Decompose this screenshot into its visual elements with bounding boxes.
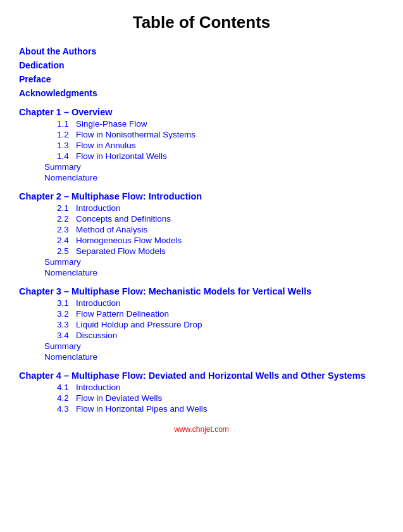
section-label: Flow in Annulus <box>76 141 136 150</box>
watermark: www.chnjet.com <box>19 425 384 434</box>
section-label: Homogeneous Flow Models <box>76 236 182 245</box>
section-num: 1.3 <box>57 141 76 150</box>
section-2-2[interactable]: 2.2 Concepts and Definitions <box>19 214 384 224</box>
section-1-4[interactable]: 1.4 Flow in Horizontal Wells <box>19 151 384 161</box>
link-dedication[interactable]: Dedication <box>19 60 384 70</box>
section-2-1[interactable]: 2.1 Introduction <box>19 203 384 213</box>
section-num: 2.3 <box>57 225 76 234</box>
section-label: Method of Analysis <box>76 225 147 234</box>
chapter-2-header[interactable]: Chapter 2 – Multiphase Flow: Introductio… <box>19 191 384 201</box>
section-3-2[interactable]: 3.2 Flow Pattern Delineation <box>19 309 384 319</box>
section-num: 2.4 <box>57 236 76 245</box>
section-label: Flow in Nonisothermal Systems <box>76 130 195 139</box>
section-3-1[interactable]: 3.1 Introduction <box>19 298 384 308</box>
section-num: 3.2 <box>57 309 76 319</box>
section-num: 3.4 <box>57 331 76 340</box>
section-label: Discussion <box>76 331 117 340</box>
section-num: 4.3 <box>57 404 76 414</box>
page-title: Table of Contents <box>19 13 384 32</box>
link-preface[interactable]: Preface <box>19 74 384 84</box>
section-label: Flow in Horizontal Wells <box>76 151 167 161</box>
chapter-3-nomenclature[interactable]: Nomenclature <box>19 352 384 362</box>
section-4-3[interactable]: 4.3 Flow in Horizontal Pipes and Wells <box>19 404 384 414</box>
section-label: Introduction <box>76 298 121 308</box>
chapter-1-summary[interactable]: Summary <box>19 162 384 172</box>
link-about-authors[interactable]: About the Authors <box>19 46 384 56</box>
section-2-5[interactable]: 2.5 Separated Flow Models <box>19 246 384 256</box>
section-num: 3.1 <box>57 298 76 308</box>
section-1-3[interactable]: 1.3 Flow in Annulus <box>19 141 384 150</box>
section-label: Liquid Holdup and Pressure Drop <box>76 320 202 329</box>
section-1-2[interactable]: 1.2 Flow in Nonisothermal Systems <box>19 130 384 139</box>
section-label: Concepts and Definitions <box>76 214 171 224</box>
section-2-4[interactable]: 2.4 Homogeneous Flow Models <box>19 236 384 245</box>
section-num: 1.1 <box>57 119 76 129</box>
section-1-1[interactable]: 1.1 Single-Phase Flow <box>19 119 384 129</box>
section-num: 4.2 <box>57 393 76 403</box>
section-label: Flow in Deviated Wells <box>76 393 162 403</box>
chapter-1-header[interactable]: Chapter 1 – Overview <box>19 107 384 117</box>
section-4-2[interactable]: 4.2 Flow in Deviated Wells <box>19 393 384 403</box>
chapter-4-header[interactable]: Chapter 4 – Multiphase Flow: Deviated an… <box>19 370 384 381</box>
chapter-2-summary[interactable]: Summary <box>19 257 384 267</box>
chapter-3-header[interactable]: Chapter 3 – Multiphase Flow: Mechanistic… <box>19 286 384 296</box>
section-num: 2.5 <box>57 246 76 256</box>
section-num: 2.2 <box>57 214 76 224</box>
section-num: 1.4 <box>57 151 76 161</box>
chapter-3-summary[interactable]: Summary <box>19 341 384 351</box>
section-num: 4.1 <box>57 383 76 392</box>
section-4-1[interactable]: 4.1 Introduction <box>19 383 384 392</box>
section-label: Separated Flow Models <box>76 246 166 256</box>
section-label: Introduction <box>76 383 121 392</box>
section-num: 2.1 <box>57 203 76 213</box>
toc-container: About the Authors Dedication Preface Ack… <box>19 46 384 414</box>
section-label: Single-Phase Flow <box>76 119 147 129</box>
section-3-3[interactable]: 3.3 Liquid Holdup and Pressure Drop <box>19 320 384 329</box>
section-num: 1.2 <box>57 130 76 139</box>
section-label: Flow Pattern Delineation <box>76 309 169 319</box>
section-2-3[interactable]: 2.3 Method of Analysis <box>19 225 384 234</box>
section-label: Introduction <box>76 203 121 213</box>
link-acknowledgments[interactable]: Acknowledgments <box>19 88 384 98</box>
section-3-4[interactable]: 3.4 Discussion <box>19 331 384 340</box>
section-label: Flow in Horizontal Pipes and Wells <box>76 404 208 414</box>
chapter-1-nomenclature[interactable]: Nomenclature <box>19 173 384 182</box>
chapter-2-nomenclature[interactable]: Nomenclature <box>19 268 384 277</box>
section-num: 3.3 <box>57 320 76 329</box>
